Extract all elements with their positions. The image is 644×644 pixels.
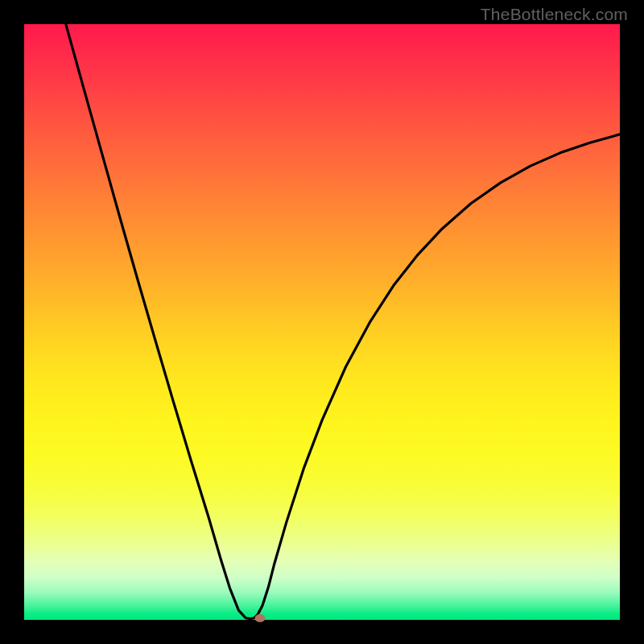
minimum-marker	[255, 614, 266, 622]
plot-area	[24, 24, 620, 620]
curve-svg	[24, 24, 620, 620]
bottleneck-curve	[66, 24, 620, 619]
watermark-text: TheBottleneck.com	[481, 5, 628, 24]
